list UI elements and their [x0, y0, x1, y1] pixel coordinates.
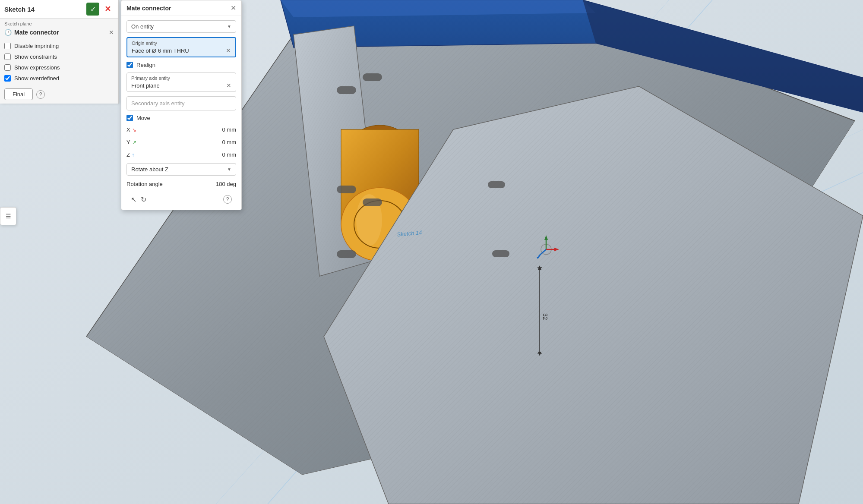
primary-axis-clear[interactable]: ✕ [226, 82, 231, 89]
rotation-angle-row: Rotation angle 180 deg [126, 180, 236, 188]
rotate-about-label: Rotate about Z [131, 166, 168, 173]
disable-imprinting-row[interactable]: Disable imprinting [4, 43, 114, 49]
sketch-panel: Sketch 14 ✓ ✕ Sketch plane 🕐 Mate connec… [0, 0, 119, 104]
origin-entity-label: Origin entity [132, 41, 231, 46]
rotation-angle-value: 180 deg [216, 181, 236, 187]
z-label: Z [126, 151, 130, 158]
y-label: Y [126, 139, 130, 145]
z-arrow: ↑ [132, 152, 134, 158]
mate-connector-row: 🕐 Mate connector ✕ [0, 27, 118, 39]
sketch-panel-title: Sketch 14 [4, 6, 35, 13]
action-icons: ↖ ↻ [131, 195, 146, 204]
show-overdefined-row[interactable]: Show overdefined [4, 75, 114, 82]
svg-text:32: 32 [542, 313, 549, 320]
final-button[interactable]: Final [4, 88, 33, 100]
confirm-button[interactable]: ✓ [86, 3, 99, 16]
options-list: Disable imprinting Show constraints Show… [0, 39, 118, 85]
mate-panel-close-button[interactable]: ✕ [231, 4, 236, 12]
svg-rect-33 [337, 186, 356, 193]
y-value: 0 mm [222, 139, 237, 145]
primary-axis-box: Primary axis entity Front plane ✕ [126, 72, 236, 92]
move-row[interactable]: Move [126, 115, 236, 121]
on-entity-dropdown[interactable]: On entity ▼ [126, 20, 236, 33]
origin-value-row: Face of Ø 6 mm THRU ✕ [132, 47, 231, 54]
rotate-about-arrow: ▼ [227, 167, 231, 172]
y-row: Y ↗ 0 mm [126, 138, 236, 146]
secondary-axis-label: Secondary axis entity [131, 100, 185, 107]
x-value: 0 mm [222, 126, 237, 133]
primary-axis-value: Front plane [131, 82, 160, 89]
mate-connector-name: 🕐 Mate connector [4, 29, 59, 36]
mate-panel-body: On entity ▼ Origin entity Face of Ø 6 mm… [121, 16, 241, 210]
show-overdefined-label: Show overdefined [14, 75, 59, 82]
origin-entity-value: Face of Ø 6 mm THRU [132, 47, 189, 54]
show-expressions-label: Show expressions [14, 64, 60, 71]
disable-imprinting-checkbox[interactable] [4, 43, 11, 49]
z-value: 0 mm [222, 151, 237, 158]
disable-imprinting-label: Disable imprinting [14, 43, 59, 49]
z-row: Z ↑ 0 mm [126, 151, 236, 159]
sketch-panel-header: Sketch 14 ✓ ✕ [0, 0, 118, 19]
snap-icon[interactable]: ↖ [131, 195, 136, 204]
final-row: Final ? [0, 85, 118, 104]
primary-axis-value-row: Front plane ✕ [131, 82, 231, 89]
mate-connector-panel: Mate connector ✕ On entity ▼ Origin enti… [121, 0, 242, 210]
help-icon[interactable]: ? [36, 90, 45, 99]
move-checkbox[interactable] [126, 115, 133, 121]
z-label-group: Z ↑ [126, 151, 139, 158]
svg-rect-36 [488, 181, 505, 188]
mate-panel-title: Mate connector [126, 5, 171, 12]
show-constraints-checkbox[interactable] [4, 54, 11, 60]
realign-label: Realign [136, 62, 155, 68]
rotation-angle-label: Rotation angle [126, 181, 163, 187]
sketch-plane-label: Sketch plane [0, 19, 118, 27]
y-arrow: ↗ [132, 139, 136, 145]
x-label: X [126, 126, 130, 133]
on-entity-arrow: ▼ [227, 24, 231, 29]
svg-rect-32 [363, 73, 382, 81]
show-expressions-checkbox[interactable] [4, 64, 11, 71]
clock-icon: 🕐 [4, 29, 12, 36]
primary-axis-label: Primary axis entity [131, 76, 231, 81]
show-constraints-row[interactable]: Show constraints [4, 54, 114, 60]
x-row: X ↘ 0 mm [126, 126, 236, 134]
show-overdefined-checkbox[interactable] [4, 75, 11, 82]
cancel-button[interactable]: ✕ [101, 3, 114, 16]
show-constraints-label: Show constraints [14, 54, 57, 60]
secondary-axis-box[interactable]: Secondary axis entity [126, 96, 236, 110]
x-arrow: ↘ [132, 127, 136, 133]
mate-panel-header: Mate connector ✕ [121, 0, 241, 16]
origin-entity-box: Origin entity Face of Ø 6 mm THRU ✕ [126, 37, 236, 57]
svg-rect-35 [337, 250, 356, 258]
origin-entity-clear[interactable]: ✕ [226, 47, 231, 54]
bottom-help-icon[interactable]: ? [223, 195, 232, 204]
list-icon[interactable]: ☰ [2, 210, 14, 222]
realign-row[interactable]: Realign [126, 62, 236, 68]
mate-connector-close[interactable]: ✕ [109, 29, 114, 36]
svg-rect-34 [363, 198, 382, 206]
y-label-group: Y ↗ [126, 139, 139, 145]
header-buttons: ✓ ✕ [86, 3, 114, 16]
x-label-group: X ↘ [126, 126, 139, 133]
realign-checkbox[interactable] [126, 62, 133, 68]
rotate-icon[interactable]: ↻ [141, 195, 146, 204]
move-label: Move [136, 115, 150, 121]
rotate-about-dropdown[interactable]: Rotate about Z ▼ [126, 163, 236, 176]
bottom-icons: ↖ ↻ ? [126, 192, 236, 205]
on-entity-label: On entity [131, 23, 154, 30]
svg-rect-37 [492, 250, 509, 257]
side-toolbar: ☰ [0, 207, 16, 225]
show-expressions-row[interactable]: Show expressions [4, 64, 114, 71]
svg-rect-31 [337, 86, 356, 94]
